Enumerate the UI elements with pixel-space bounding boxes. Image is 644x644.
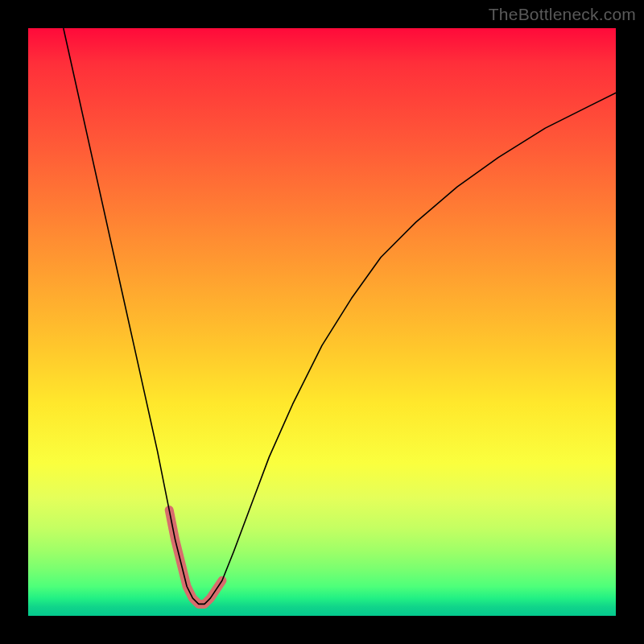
highlight-path <box>169 510 222 605</box>
chart-frame: TheBottleneck.com <box>0 0 644 644</box>
plot-area <box>28 28 616 616</box>
curve-svg <box>28 28 616 616</box>
watermark-text: TheBottleneck.com <box>489 5 636 24</box>
main-curve-path <box>64 28 616 604</box>
